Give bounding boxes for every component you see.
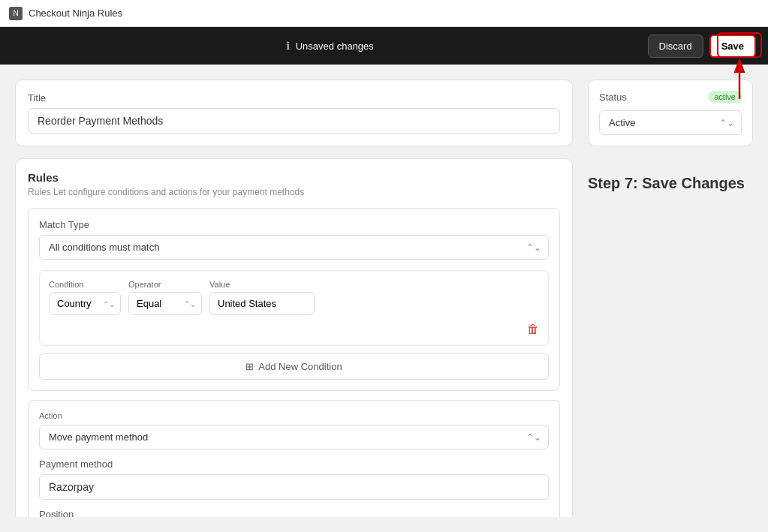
condition-row-container: Condition Country City Cart Total ⌃⌄	[39, 270, 549, 346]
operator-select[interactable]: Equal Not Equal Contains	[128, 292, 202, 315]
match-type-select-wrapper: All conditions must match Any condition …	[39, 235, 549, 260]
add-condition-icon: ⊞	[245, 361, 254, 372]
unsaved-changes-indicator: ℹ Unsaved changes	[286, 40, 374, 52]
title-bar: N Checkout Ninja Rules	[0, 0, 768, 27]
match-type-select[interactable]: All conditions must match Any condition …	[39, 235, 549, 260]
add-condition-label: Add New Condition	[258, 361, 342, 372]
payment-method-input[interactable]	[39, 474, 549, 500]
action-select-field: Move payment method Hide payment method …	[39, 425, 549, 449]
match-type-label: Match Type	[39, 219, 549, 230]
match-type-section: Match Type All conditions must match Any…	[28, 208, 560, 391]
rules-title: Rules	[28, 171, 560, 184]
top-bar: ℹ Unsaved changes Discard Save	[0, 27, 768, 65]
condition-group: Condition Country City Cart Total ⌃⌄	[49, 280, 121, 315]
condition-select[interactable]: Country City Cart Total	[49, 292, 121, 315]
rules-subtitle: Rules Let configure conditions and actio…	[28, 187, 560, 197]
status-select-wrapper: Active Inactive ⌃⌄	[599, 110, 742, 135]
left-content: Title Rules Rules Let configure conditio…	[15, 80, 573, 517]
status-select[interactable]: Active Inactive	[599, 110, 742, 135]
top-bar-actions: Discard Save	[648, 35, 756, 58]
unsaved-label: Unsaved changes	[296, 41, 374, 52]
payment-method-label: Payment method	[39, 458, 549, 470]
discard-button[interactable]: Discard	[648, 35, 703, 58]
status-title: Status	[599, 92, 627, 103]
condition-select-wrapper: Country City Cart Total ⌃⌄	[49, 292, 121, 315]
right-panel: Status active Active Inactive ⌃⌄ Step 7:…	[588, 80, 753, 517]
position-label: Position	[39, 509, 549, 517]
status-header: Status active	[599, 91, 742, 103]
action-select[interactable]: Move payment method Hide payment method …	[39, 425, 549, 449]
status-card: Status active Active Inactive ⌃⌄	[588, 80, 753, 146]
value-col-label: Value	[209, 280, 315, 289]
app-title: Checkout Ninja Rules	[29, 8, 122, 19]
title-input[interactable]	[28, 108, 560, 134]
delete-row: 🗑	[49, 323, 539, 336]
operator-select-wrapper: Equal Not Equal Contains ⌃⌄	[128, 292, 202, 315]
step-annotation: Step 7: Save Changes	[588, 173, 753, 193]
rules-card: Rules Rules Let configure conditions and…	[15, 158, 573, 517]
app-icon: N	[9, 7, 23, 20]
save-button[interactable]: Save	[709, 35, 756, 58]
active-badge: active	[708, 91, 742, 103]
value-group: Value	[209, 280, 315, 315]
title-label: Title	[28, 92, 560, 104]
condition-row: Condition Country City Cart Total ⌃⌄	[49, 280, 539, 315]
title-card: Title	[15, 80, 573, 146]
delete-condition-button[interactable]: 🗑	[527, 323, 539, 336]
action-label: Action	[39, 411, 549, 420]
condition-col-label: Condition	[49, 280, 121, 289]
operator-group: Operator Equal Not Equal Contains ⌃⌄	[128, 280, 202, 315]
operator-col-label: Operator	[128, 280, 202, 289]
position-field: Position	[39, 509, 549, 517]
add-condition-button[interactable]: ⊞ Add New Condition	[39, 353, 549, 380]
action-card: Action Move payment method Hide payment …	[28, 400, 560, 517]
main-layout: Title Rules Rules Let configure conditio…	[0, 65, 768, 532]
value-input[interactable]	[209, 292, 315, 315]
payment-method-field: Payment method	[39, 458, 549, 500]
action-select-wrapper: Move payment method Hide payment method …	[39, 425, 549, 449]
info-icon: ℹ	[286, 40, 290, 52]
